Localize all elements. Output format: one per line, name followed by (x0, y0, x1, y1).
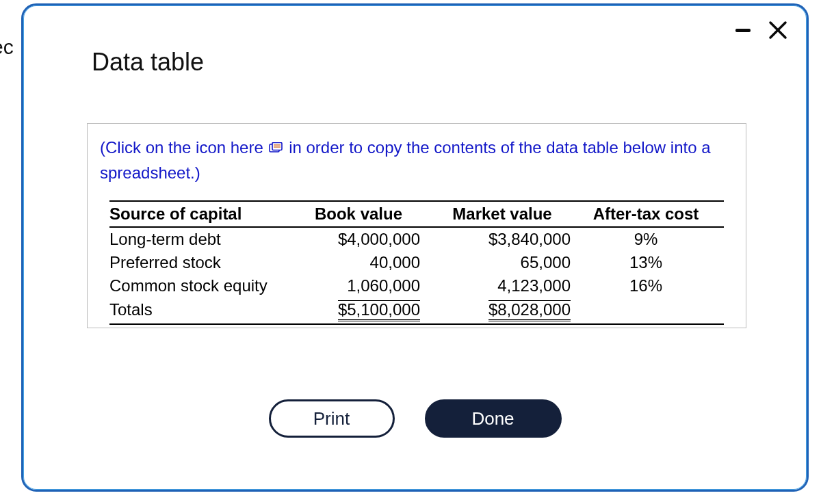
totals-cost-empty (577, 300, 714, 321)
table-row: Common stock equity 1,060,000 4,123,000 … (109, 274, 724, 297)
cell-book: $4,000,000 (290, 230, 427, 249)
table-header-row: Source of capital Book value Market valu… (109, 202, 724, 228)
cell-book: 1,060,000 (290, 276, 427, 295)
instruction-text: (Click on the icon here in order to copy… (100, 136, 733, 185)
cell-market: 4,123,000 (427, 276, 577, 295)
header-source: Source of capital (109, 204, 290, 224)
instruction-part1: (Click on the icon here (100, 138, 263, 157)
header-book: Book value (290, 204, 427, 224)
totals-book: $5,100,000 (290, 300, 427, 321)
data-table-modal: Data table (Click on the icon here in or… (21, 3, 809, 492)
done-button[interactable]: Done (425, 399, 562, 438)
copy-to-spreadsheet-icon[interactable] (269, 137, 283, 161)
header-cost: After-tax cost (577, 204, 714, 224)
totals-label: Totals (109, 300, 290, 321)
window-controls (735, 21, 787, 40)
cell-cost: 16% (577, 276, 714, 295)
cell-cost: 9% (577, 230, 714, 249)
cell-source: Long-term debt (109, 230, 290, 249)
print-button[interactable]: Print (269, 399, 395, 438)
capital-table: Source of capital Book value Market valu… (100, 200, 733, 325)
button-row: Print Done (23, 399, 807, 438)
cell-market: $3,840,000 (427, 230, 577, 249)
cell-market: 65,000 (427, 253, 577, 272)
svg-rect-3 (272, 143, 282, 150)
minimize-icon[interactable] (735, 29, 751, 32)
totals-market: $8,028,000 (427, 300, 577, 321)
table-row: Long-term debt $4,000,000 $3,840,000 9% (109, 228, 724, 251)
table-row: Preferred stock 40,000 65,000 13% (109, 251, 724, 274)
cell-source: Preferred stock (109, 253, 290, 272)
header-market: Market value (427, 204, 577, 224)
background-text-fragment: ec (0, 36, 14, 59)
table-totals-row: Totals $5,100,000 $8,028,000 (109, 297, 724, 325)
cell-source: Common stock equity (109, 276, 290, 295)
content-panel: (Click on the icon here in order to copy… (87, 123, 746, 328)
modal-title: Data table (92, 48, 204, 77)
cell-cost: 13% (577, 253, 714, 272)
cell-book: 40,000 (290, 253, 427, 272)
close-icon[interactable] (768, 21, 787, 40)
